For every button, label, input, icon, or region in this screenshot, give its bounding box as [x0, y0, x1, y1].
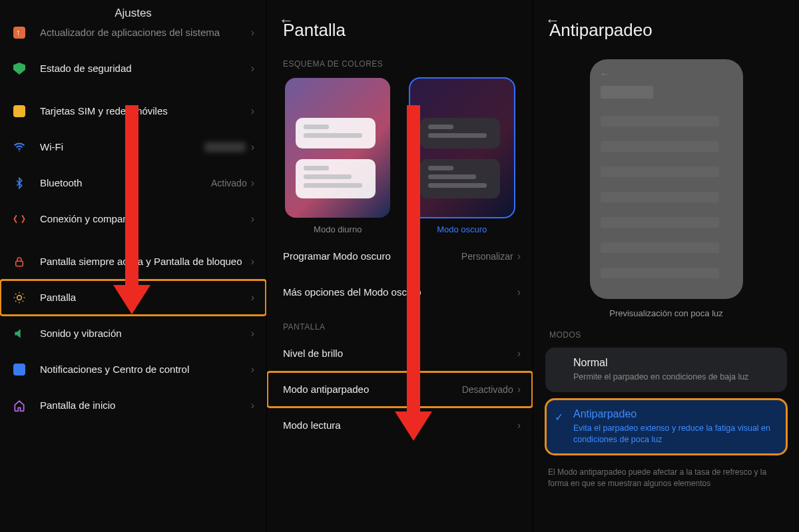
row-brightness[interactable]: Nivel de brillo ›	[267, 336, 533, 372]
scheme-option-light[interactable]: Modo diurno	[283, 78, 393, 234]
settings-item-label: Estado de seguridad	[40, 63, 251, 75]
chevron-right-icon: ›	[251, 105, 254, 117]
mode-desc: Permite el parpadeo en condiciones de ba…	[573, 372, 776, 383]
settings-item-security[interactable]: Estado de seguridad ›	[0, 51, 266, 87]
settings-item-notifications[interactable]: Notificaciones y Centro de control ›	[0, 352, 266, 388]
settings-item-label: Sonido y vibración	[40, 328, 251, 340]
settings-item-label: Bluetooth	[40, 177, 211, 190]
chevron-right-icon: ›	[251, 256, 254, 268]
settings-item-label: Pantalla	[40, 292, 251, 304]
chevron-right-icon: ›	[251, 141, 254, 153]
settings-item-bluetooth[interactable]: Bluetooth Activado ›	[0, 165, 266, 201]
page-title: Pantalla	[267, 0, 533, 54]
sun-icon	[12, 290, 27, 305]
chevron-right-icon: ›	[251, 292, 254, 304]
mode-title: Normal	[573, 357, 776, 369]
chevron-right-icon: ›	[251, 63, 254, 75]
footnote: El Modo antiparpadeo puede afectar a la …	[533, 461, 799, 490]
row-value: Desactivado	[462, 384, 513, 395]
mode-title: Antiparpadeo	[573, 408, 776, 420]
svg-rect-1	[16, 261, 23, 266]
row-reading-mode[interactable]: Modo lectura ›	[267, 407, 533, 443]
row-label: Modo antiparpadeo	[283, 384, 462, 396]
settings-item-label: Actualizador de aplicaciones del sistema	[40, 27, 251, 39]
settings-item-label: Pantalla siempre activa y Pantalla de bl…	[40, 256, 251, 268]
settings-item-value: Activado	[211, 178, 247, 188]
chevron-right-icon: ›	[517, 419, 521, 431]
antiflicker-pane: ← Antiparpadeo ← Previsualización con po…	[533, 0, 799, 532]
settings-item-label: Conexión y compartir	[40, 213, 251, 226]
settings-item-aod-lock[interactable]: Pantalla siempre activa y Pantalla de bl…	[0, 244, 266, 280]
chevron-right-icon: ›	[251, 177, 254, 189]
chevron-right-icon: ›	[517, 384, 521, 396]
wifi-value-redacted	[204, 142, 246, 152]
row-value: Personalizar	[461, 251, 513, 262]
row-more-dark[interactable]: Más opciones del Modo oscuro ›	[267, 274, 533, 310]
scheme-caption: Modo oscuro	[437, 224, 487, 234]
settings-item-wifi[interactable]: Wi-Fi ›	[0, 129, 266, 165]
display-settings-pane: ← Pantalla ESQUEMA DE COLORES Modo diurn…	[266, 0, 533, 532]
wifi-icon	[12, 140, 27, 154]
back-button[interactable]: ←	[545, 12, 560, 29]
settings-item-display[interactable]: Pantalla ›	[0, 280, 266, 316]
scheme-caption: Modo diurno	[314, 224, 362, 234]
page-title: Ajustes	[0, 0, 266, 24]
share-icon	[12, 212, 27, 226]
shield-icon	[12, 61, 27, 76]
sim-icon	[12, 104, 27, 119]
scheme-option-dark[interactable]: Modo oscuro	[407, 78, 517, 234]
row-label: Más opciones del Modo oscuro	[283, 286, 517, 299]
settings-item-label: Notificaciones y Centro de control	[40, 364, 251, 376]
svg-point-0	[19, 150, 20, 152]
settings-item-system-updater[interactable]: ↑ Actualizador de aplicaciones del siste…	[0, 24, 266, 51]
mode-option-antiflicker[interactable]: ✓ Antiparpadeo Evita el parpadeo extenso…	[545, 399, 787, 455]
row-antiflicker[interactable]: Modo antiparpadeo Desactivado ›	[267, 372, 533, 407]
row-label: Programar Modo oscuro	[283, 250, 461, 263]
scheme-thumb-dark	[409, 78, 515, 218]
preview-caption: Previsualización con poca luz	[609, 308, 723, 318]
chevron-right-icon: ›	[517, 348, 521, 360]
settings-item-home[interactable]: Pantalla de inicio ›	[0, 388, 266, 423]
settings-item-label: Tarjetas SIM y redes móviles	[40, 105, 251, 118]
chevron-right-icon: ›	[251, 364, 254, 376]
update-icon: ↑	[12, 25, 27, 40]
mode-desc: Evita el parpadeo extenso y reduce la fa…	[573, 423, 776, 445]
section-header: MODOS	[533, 325, 799, 344]
section-header: ESQUEMA DE COLORES	[267, 54, 533, 73]
chevron-right-icon: ›	[517, 250, 521, 262]
settings-item-sim[interactable]: Tarjetas SIM y redes móviles ›	[0, 93, 266, 129]
row-label: Nivel de brillo	[283, 348, 517, 360]
speaker-icon	[12, 326, 27, 341]
back-button[interactable]: ←	[279, 12, 294, 29]
row-program-dark[interactable]: Programar Modo oscuro Personalizar ›	[267, 238, 533, 274]
chevron-right-icon: ›	[251, 328, 254, 340]
chevron-right-icon: ›	[251, 213, 254, 225]
lowlight-preview: ←	[590, 59, 743, 299]
chevron-right-icon: ›	[251, 27, 254, 39]
settings-item-sound[interactable]: Sonido y vibración ›	[0, 316, 266, 352]
mode-option-normal[interactable]: Normal Permite el parpadeo en condicione…	[545, 348, 787, 392]
svg-point-2	[17, 296, 22, 300]
control-center-icon	[12, 362, 27, 377]
row-label: Modo lectura	[283, 419, 517, 432]
bluetooth-icon	[12, 176, 27, 190]
home-icon	[12, 398, 27, 413]
check-icon: ✓	[555, 411, 563, 423]
settings-item-share[interactable]: Conexión y compartir ›	[0, 201, 266, 237]
settings-item-label: Pantalla de inicio	[40, 399, 251, 412]
page-title: Antiparpadeo	[533, 0, 799, 54]
lock-icon	[12, 254, 27, 269]
section-header: PANTALLA	[267, 317, 533, 336]
settings-root-pane: Ajustes ↑ Actualizador de aplicaciones d…	[0, 0, 266, 532]
chevron-right-icon: ›	[251, 399, 254, 411]
chevron-right-icon: ›	[517, 286, 521, 298]
scheme-thumb-light	[285, 78, 390, 218]
settings-item-label: Wi-Fi	[40, 141, 204, 154]
